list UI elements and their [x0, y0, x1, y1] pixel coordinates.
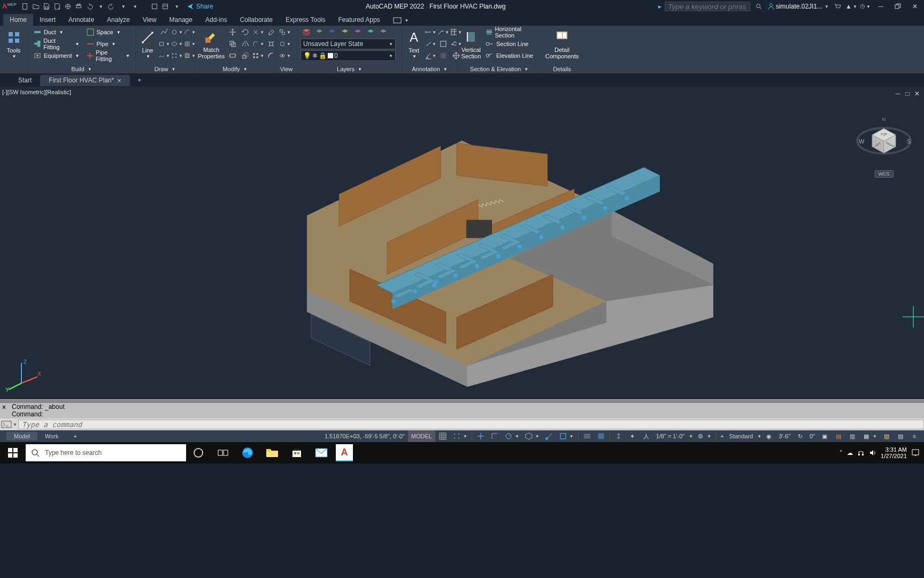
status-custom-icon[interactable]: ≡ — [908, 430, 921, 442]
layer-prev-icon[interactable] — [378, 27, 389, 37]
status-qp-icon[interactable]: ✦ — [626, 430, 639, 442]
equipment-button[interactable]: Equipment▼ — [31, 50, 82, 61]
elevation-line-button[interactable]: Elevation Line — [483, 50, 537, 61]
record-icon[interactable]: ▸ — [658, 3, 661, 10]
layer-match-icon[interactable] — [365, 27, 376, 37]
tab-addins[interactable]: Add-ins — [199, 14, 234, 26]
ellipse-icon[interactable]: ▼ — [171, 39, 183, 49]
qat-undo-icon[interactable] — [84, 1, 95, 12]
status-scale[interactable]: 1/8" = 1'-0" — [654, 430, 687, 442]
windows-search[interactable]: Type here to search — [26, 444, 186, 461]
view-zoom-icon[interactable]: ▼ — [279, 27, 291, 37]
layer-props-icon[interactable] — [301, 27, 312, 37]
tab-manage[interactable]: Manage — [163, 14, 199, 26]
search-icon[interactable] — [753, 1, 764, 12]
status-iso-icon[interactable]: ▼ — [522, 430, 542, 442]
copy-icon[interactable] — [227, 39, 238, 49]
redo-dropdown[interactable]: ▼ — [118, 1, 129, 12]
layer-frz-icon[interactable] — [339, 27, 351, 37]
help-icon[interactable]: ?▼ — [860, 1, 871, 12]
status-gear-icon[interactable]: ⚙▼ — [694, 430, 713, 442]
vp-minimize-icon[interactable]: ─ — [894, 90, 902, 97]
start-button[interactable] — [0, 442, 26, 463]
qat-open-icon[interactable] — [30, 1, 41, 12]
qat-saveas-icon[interactable] — [52, 1, 63, 12]
qat-save-icon[interactable] — [41, 1, 52, 12]
panel-build-title[interactable]: Build▼ — [31, 65, 132, 73]
explode-icon[interactable] — [265, 39, 277, 49]
qat-app1-icon[interactable] — [149, 1, 160, 12]
status-osnap-icon[interactable] — [543, 430, 556, 442]
file-tab-active[interactable]: First Floor HVAC Plan*× — [40, 75, 129, 86]
layer-iso-icon[interactable] — [326, 27, 338, 37]
leader-icon[interactable]: ▼ — [437, 27, 449, 37]
text-button[interactable]: A Text▼ — [405, 27, 422, 61]
rotate-icon[interactable] — [240, 27, 251, 37]
mtext-icon[interactable] — [437, 39, 449, 49]
tray-network-icon[interactable] — [857, 449, 865, 457]
layer-lock-icon[interactable] — [352, 27, 364, 37]
view-pan-icon[interactable]: ▼ — [279, 39, 291, 49]
status-tpy-icon[interactable] — [595, 430, 607, 442]
status-anno-scale[interactable]: Standard — [727, 430, 756, 442]
layer-off-icon[interactable] — [313, 27, 325, 37]
tab-featured[interactable]: Featured Apps — [332, 14, 387, 26]
point-icon[interactable]: ▼ — [171, 50, 183, 61]
status-wheel-icon[interactable]: ◉ — [763, 430, 775, 442]
mirror-icon[interactable] — [240, 39, 251, 49]
wcs-badge[interactable]: WCS — [875, 170, 894, 178]
qat-web-icon[interactable] — [63, 1, 73, 12]
status-lwt-icon[interactable] — [581, 430, 594, 442]
share-button[interactable]: Share — [187, 3, 213, 10]
status-iso2-icon[interactable]: ▦▼ — [860, 430, 879, 442]
stretch-icon[interactable] — [227, 50, 238, 61]
dim-linear-icon[interactable]: ▼ — [425, 27, 436, 37]
store-icon[interactable] — [284, 442, 309, 463]
tray-clock[interactable]: 3:31 AM 1/27/2021 — [881, 446, 907, 459]
status-angle[interactable]: 0" — [807, 430, 817, 442]
status-coords[interactable]: 1.51870E+03, -59'-5 5/8", 0'-0" — [322, 430, 407, 442]
file-tab-start[interactable]: Start — [10, 75, 40, 86]
pipe-button[interactable]: Pipe▼ — [84, 39, 132, 49]
line-button[interactable]: Line▼ — [139, 27, 156, 61]
arc-icon[interactable]: ▼ — [184, 27, 196, 37]
tray-up-icon[interactable]: ˄ — [840, 450, 843, 457]
circle-icon[interactable]: ▼ — [171, 27, 183, 37]
status-dim[interactable]: 3'-6" — [776, 430, 792, 442]
erase-icon[interactable] — [265, 27, 277, 37]
offset-icon[interactable] — [265, 50, 277, 61]
status-polar-icon[interactable]: ▼ — [502, 430, 521, 442]
dim-ang-icon[interactable]: ▼ — [425, 50, 436, 61]
3d-model-view[interactable] — [200, 87, 724, 387]
status-sc-icon[interactable] — [612, 430, 625, 442]
autocad-task-icon[interactable]: A — [336, 444, 353, 461]
status-snap-icon[interactable]: ▼ — [450, 430, 469, 442]
qat-new-icon[interactable] — [20, 1, 30, 12]
wipeout-icon[interactable] — [437, 50, 449, 61]
vertical-section-button[interactable]: Vertical Section — [461, 27, 481, 61]
tray-cloud-icon[interactable]: ☁ — [847, 450, 853, 457]
vp-maximize-icon[interactable]: □ — [904, 90, 911, 97]
status-ortho-icon[interactable] — [488, 430, 501, 442]
status-ws-icon[interactable]: ▣ — [818, 430, 831, 442]
polyline-icon[interactable] — [158, 27, 170, 37]
move-icon[interactable] — [227, 27, 238, 37]
status-ds-icon[interactable]: 人 — [640, 430, 653, 442]
tab-insert[interactable]: Insert — [33, 14, 62, 26]
qat-app-dropdown[interactable]: ▼ — [172, 1, 182, 12]
panel-draw-title[interactable]: Draw▼ — [139, 65, 191, 73]
layer-state-dropdown[interactable]: Unsaved Layer State▼ — [301, 39, 396, 49]
rect-icon[interactable]: ▼ — [158, 39, 170, 49]
status-infer-icon[interactable] — [474, 430, 487, 442]
hatch-icon[interactable]: ▼ — [184, 39, 196, 49]
tab-annotate[interactable]: Annotate — [62, 14, 101, 26]
scale-icon[interactable] — [240, 50, 251, 61]
minimize-button[interactable]: ─ — [874, 1, 888, 12]
layer-current-dropdown[interactable]: 💡 ❄ 🔒 0 ▼ — [301, 50, 396, 61]
mail-icon[interactable] — [309, 442, 334, 463]
tools-button[interactable]: Tools▼ — [3, 27, 24, 61]
duct-fitting-button[interactable]: Duct Fitting▼ — [31, 39, 82, 49]
section-line-button[interactable]: Section Line — [483, 39, 537, 49]
command-input[interactable] — [18, 420, 924, 429]
fillet-icon[interactable]: ▼ — [252, 39, 264, 49]
